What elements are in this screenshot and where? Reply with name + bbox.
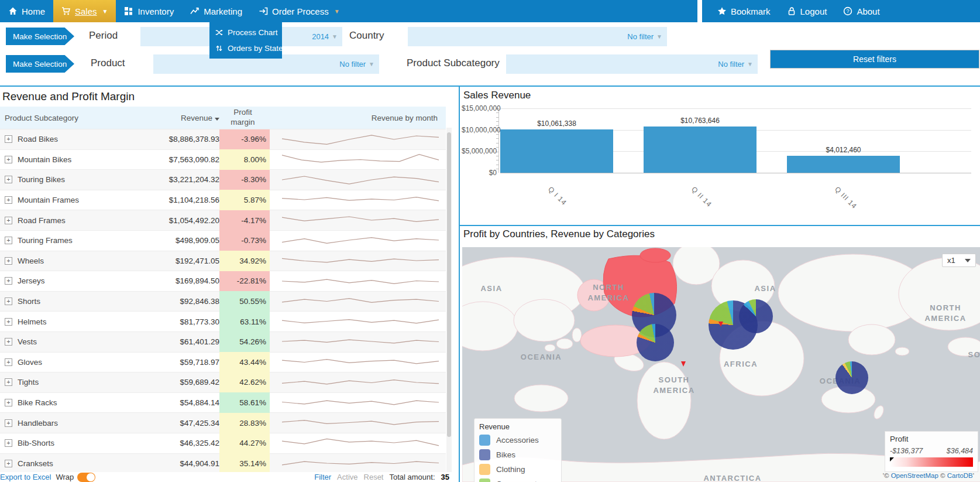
world-map[interactable]: ASIANORTH AMERICAOCEANIAASIAAFRICASOUTH … [462,247,980,482]
table-row[interactable]: +Bib-Shorts$46,325.4244.27% [0,433,446,453]
country-revenue-pie[interactable] [637,324,674,361]
table-row[interactable]: +Road Frames$1,054,492.20-4.17% [0,210,446,230]
nav-item-marketing[interactable]: Marketing [182,0,250,22]
profit-legend-title: Profit [890,435,973,443]
expand-row-icon[interactable]: + [5,338,12,346]
table-footer: Export to Excel Wrap Filter Active Reset… [0,472,451,482]
product-subcategory-label: Product Subcategory [407,57,500,69]
country-revenue-pie[interactable] [835,361,868,394]
profit-max: $36,484 [947,447,973,455]
expand-row-icon[interactable]: + [5,176,12,183]
expand-row-icon[interactable]: + [5,135,12,143]
period-label: Period [89,30,118,42]
export-to-excel-link[interactable]: Export to Excel [0,473,51,481]
nav-item-home[interactable]: Home [0,0,53,22]
column-header-revenue-by-month: Revenue by month [270,114,446,122]
expand-row-icon[interactable]: + [5,358,12,366]
table-row[interactable]: +Handlebars$47,425.3428.83% [0,412,446,433]
map-panel: Profit by Countries, Revenue by Categori… [460,226,980,482]
subcategory-name: Bib-Shorts [18,439,54,447]
expand-row-icon[interactable]: + [5,217,12,224]
gridline [500,108,971,109]
nav-item-bookmark[interactable]: Bookmark [709,0,779,22]
profit-margin-value: 43.44% [219,352,270,372]
trend-icon [190,6,200,16]
table-row[interactable]: +Shorts$92,846.3850.55% [0,291,446,312]
table-row[interactable]: +Tights$59,689.4242.62% [0,372,446,392]
revenue-sparkline [270,352,446,372]
wrap-toggle[interactable] [77,473,95,482]
expand-row-icon[interactable]: + [5,378,12,386]
reset-filters-button[interactable]: Reset filters [770,50,979,69]
expand-row-icon[interactable]: + [5,460,12,467]
home-icon [8,6,18,16]
menu-item-orders-by-state[interactable]: Orders by State [209,40,282,56]
expand-row-icon[interactable]: + [5,318,12,326]
expand-row-icon[interactable]: + [5,419,12,427]
table-row[interactable]: +Cranksets$44,904.9135.14% [0,453,446,473]
cartodb-link[interactable]: CartoDB [947,472,973,479]
table-row[interactable]: +Touring Frames$498,909.05-0.73% [0,230,446,251]
revenue-sparkline [270,149,446,170]
nav-item-logout[interactable]: Logout [779,0,835,22]
subcategory-name: Helmets [18,317,47,326]
nav-right-menu: BookmarkLogout?About [702,0,980,22]
nav-item-inventory[interactable]: Inventory [116,0,182,22]
nav-item-label: Home [22,6,45,16]
reset-link[interactable]: Reset [364,473,384,481]
profit-margin-value: -3.96% [219,129,270,150]
expand-row-icon[interactable]: + [5,439,12,447]
bar-value-label: $10,061,338 [500,119,613,128]
x-axis-tick-label: Q III 14 [833,185,858,210]
revenue-value: $47,425.34 [163,419,219,428]
table-row[interactable]: +Jerseys$169,894.50-22.81% [0,271,446,291]
table-scrollbar-thumb[interactable] [447,132,451,437]
column-header-revenue-label: Revenue [181,114,212,122]
country-revenue-pie[interactable] [739,299,773,333]
revenue-sparkline [270,129,446,150]
subcategory-name: Road Frames [18,216,66,225]
table-row[interactable]: +Vests$61,401.2954.26% [0,331,446,352]
make-selection-button-product[interactable]: Make Selection [6,55,74,73]
expand-row-icon[interactable]: + [5,399,12,406]
table-row[interactable]: +Helmets$81,773.3063.11% [0,311,446,331]
expand-row-icon[interactable]: + [5,196,12,204]
nav-item-order-process[interactable]: Order Process▼ [250,0,348,22]
expand-row-icon[interactable]: + [5,277,12,285]
revenue-bar-q-i-14[interactable] [500,129,613,173]
table-row[interactable]: +Mountain Frames$1,104,218.565.87% [0,190,446,210]
revenue-bar-q-ii-14[interactable] [644,127,757,173]
table-row[interactable]: +Gloves$59,718.9743.44% [0,352,446,372]
table-scrollbar[interactable] [446,128,452,472]
column-header-revenue[interactable]: Revenue [163,114,219,122]
active-link[interactable]: Active [337,473,357,481]
expand-row-icon[interactable]: + [5,156,12,163]
map-zoom-select[interactable]: x1 [942,254,976,267]
expand-row-icon[interactable]: + [5,298,12,305]
nav-item-about[interactable]: ?About [835,0,888,22]
table-row[interactable]: +Road Bikes$8,886,378.93-3.96% [0,129,446,149]
table-row[interactable]: +Wheels$192,471.0534.92% [0,251,446,271]
table-row[interactable]: +Bike Racks$54,884.1458.61% [0,392,446,413]
nav-item-sales[interactable]: Sales▼ [53,0,116,22]
table-row[interactable]: +Mountain Bikes$7,563,090.828.00% [0,149,446,170]
expand-row-icon[interactable]: + [5,257,12,265]
column-header-profit-margin[interactable]: Profit margin [219,108,270,128]
menu-item-process-chart[interactable]: Process Chart [209,25,282,40]
country-filter[interactable]: No filter▼ [408,27,667,46]
nav-item-label: Logout [800,6,827,16]
profit-margin-value: 42.62% [219,372,270,393]
openstreetmap-link[interactable]: OpenStreetMap [891,472,938,479]
filter-link[interactable]: Filter [314,473,331,481]
nav-item-label: Marketing [204,6,242,16]
revenue-bar-q-iii-14[interactable] [787,156,900,173]
make-selection-button-period[interactable]: Make Selection [6,28,74,45]
expand-row-icon[interactable]: + [5,237,12,244]
product-subcategory-filter[interactable]: No filter▼ [506,54,758,74]
table-row[interactable]: +Touring Bikes$3,221,204.32-8.30% [0,169,446,190]
continent-label: SOUTH [963,350,980,360]
grid-icon [124,6,133,16]
subcategory-name: Mountain Bikes [18,155,71,164]
process-icon [259,6,268,16]
column-header-subcategory[interactable]: Product Subcategory [0,114,163,122]
